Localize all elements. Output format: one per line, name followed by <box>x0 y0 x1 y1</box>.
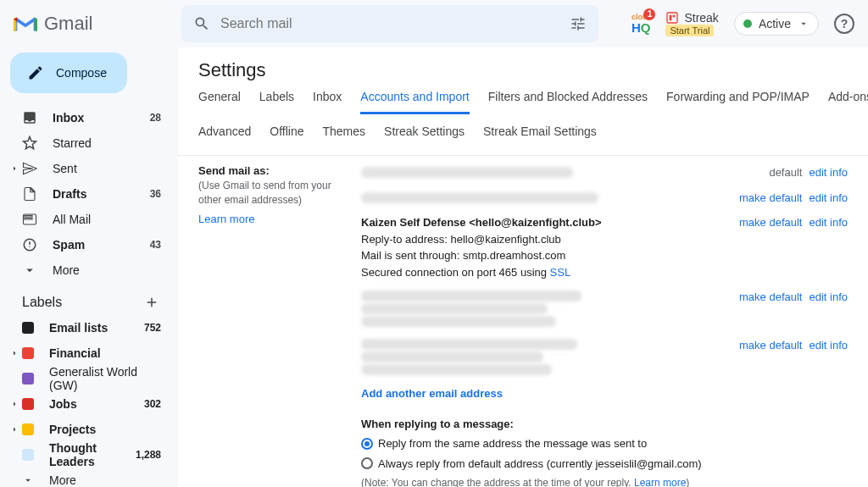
sendas-kaizen-secure: Secured connection on port 465 using SSL <box>361 264 726 281</box>
settings-subtabs: AdvancedOfflineThemesStreak SettingsStre… <box>178 114 868 156</box>
label-color-swatch <box>22 423 34 435</box>
sendas-kaizen-name: Kaizen Self Defense <hello@kaizenfight.c… <box>361 214 726 231</box>
default-indicator: default <box>769 164 802 181</box>
make-default-link[interactable]: make default <box>739 190 802 207</box>
sent-icon <box>22 161 37 176</box>
label-color-swatch <box>22 398 34 410</box>
reply-note: (Note: You can change the address at the… <box>361 475 848 487</box>
learn-more-link[interactable]: Learn more <box>198 213 254 225</box>
tab-filters-and-blocked-addresses[interactable]: Filters and Blocked Addresses <box>488 90 648 114</box>
status-text: Active <box>759 17 791 30</box>
search-input[interactable] <box>220 16 559 31</box>
subtab-offline[interactable]: Offline <box>270 125 303 147</box>
tab-general[interactable]: General <box>198 90 241 114</box>
make-default-link[interactable]: make default <box>739 289 802 329</box>
make-default-link[interactable]: make default <box>739 214 802 280</box>
status-selector[interactable]: Active <box>734 12 819 36</box>
labels-title: Labels <box>22 295 62 310</box>
tune-icon[interactable] <box>570 15 587 32</box>
sidebar-item-inbox[interactable]: Inbox28 <box>7 105 171 130</box>
spam-icon <box>22 237 37 252</box>
tab-inbox[interactable]: Inbox <box>313 90 342 114</box>
tab-forwarding-and-pop-imap[interactable]: Forwarding and POP/IMAP <box>666 90 810 114</box>
header-actions: clouHQ 1 Streak Start Trial Active ? <box>632 11 854 36</box>
more-icon <box>22 263 37 278</box>
sidebar-item-starred[interactable]: Starred <box>7 130 171 156</box>
allmail-icon <box>22 212 37 227</box>
learn-more-link[interactable]: Learn more <box>634 477 686 487</box>
label-color-swatch <box>22 449 34 461</box>
subtab-streak-email-settings[interactable]: Streak Email Settings <box>483 125 597 147</box>
label-item[interactable]: Generalist World (GW) <box>7 366 171 391</box>
add-another-email-link[interactable]: Add another email address <box>361 387 503 400</box>
send-as-title: Send mail as: <box>198 164 353 177</box>
compose-button[interactable]: Compose <box>10 53 127 93</box>
label-item[interactable]: Financial <box>7 340 171 366</box>
add-label-icon[interactable] <box>144 295 159 310</box>
label-color-swatch <box>22 322 34 334</box>
tab-accounts-and-import[interactable]: Accounts and Import <box>360 90 469 114</box>
subtab-streak-settings[interactable]: Streak Settings <box>384 125 465 147</box>
radio-icon <box>361 457 373 469</box>
edit-info-link[interactable]: edit info <box>809 214 848 280</box>
sendas-kaizen-smtp: Mail is sent through: smtp.dreamhost.com <box>361 247 726 264</box>
help-button[interactable]: ? <box>834 14 854 34</box>
hq-badge: 1 <box>643 8 655 20</box>
starred-icon <box>22 136 37 151</box>
hq-app-icon[interactable]: clouHQ 1 <box>632 14 651 35</box>
drafts-icon <box>22 186 37 202</box>
app-header: Gmail clouHQ 1 Streak Start Trial Active… <box>0 0 868 47</box>
subtab-advanced[interactable]: Advanced <box>198 125 251 147</box>
reply-same-address-option[interactable]: Reply from the same address the message … <box>361 435 848 452</box>
reply-default-address-option[interactable]: Always reply from default address (curre… <box>361 456 848 473</box>
edit-info-link[interactable]: edit info <box>809 190 848 207</box>
sidebar-item-allmail[interactable]: All Mail <box>7 207 171 232</box>
chevron-down-icon <box>22 474 34 486</box>
radio-icon <box>361 438 373 450</box>
svg-rect-0 <box>667 13 677 23</box>
expand-icon <box>9 348 19 358</box>
expand-icon <box>9 163 19 174</box>
gmail-text: Gmail <box>44 13 92 35</box>
streak-app[interactable]: Streak Start Trial <box>665 11 718 36</box>
label-item[interactable]: Projects <box>7 417 171 442</box>
sendas-kaizen-reply: Reply-to address: hello@kaizenfight.club <box>361 231 726 248</box>
make-default-link[interactable]: make default <box>739 337 802 377</box>
sidebar-item-drafts[interactable]: Drafts36 <box>7 181 171 207</box>
search-bar[interactable] <box>181 5 598 42</box>
status-dot-icon <box>743 19 752 28</box>
compose-label: Compose <box>56 66 107 80</box>
label-item[interactable]: More <box>7 468 171 487</box>
edit-info-link[interactable]: edit info <box>809 164 848 181</box>
streak-label: Streak <box>684 11 718 25</box>
tab-add-ons[interactable]: Add-ons <box>828 90 868 114</box>
expand-icon <box>9 424 19 434</box>
sidebar-item-sent[interactable]: Sent <box>7 156 171 181</box>
labels-header: Labels <box>7 283 171 315</box>
label-item[interactable]: Email lists752 <box>7 315 171 340</box>
settings-title: Settings <box>178 47 868 90</box>
edit-info-link[interactable]: edit info <box>809 337 848 377</box>
sidebar-item-more[interactable]: More <box>7 257 171 283</box>
ssl-link[interactable]: SSL <box>550 266 571 279</box>
svg-rect-2 <box>673 15 676 18</box>
label-color-swatch <box>22 347 34 359</box>
edit-info-link[interactable]: edit info <box>809 289 848 329</box>
label-item[interactable]: Thought Leaders1,288 <box>7 442 171 468</box>
label-color-swatch <box>22 373 34 385</box>
pencil-icon <box>27 64 44 81</box>
send-as-subtitle: (Use Gmail to send from your other email… <box>198 179 353 208</box>
svg-rect-1 <box>670 15 672 21</box>
send-mail-as-section: Send mail as: (Use Gmail to send from yo… <box>178 156 868 487</box>
main-content: Settings GeneralLabelsInboxAccounts and … <box>178 47 868 487</box>
inbox-icon <box>22 110 37 125</box>
gmail-logo[interactable]: Gmail <box>14 13 171 35</box>
search-icon <box>193 15 210 32</box>
expand-icon <box>9 399 19 409</box>
tab-labels[interactable]: Labels <box>259 90 294 114</box>
label-item[interactable]: Jobs302 <box>7 391 171 417</box>
sidebar-item-spam[interactable]: Spam43 <box>7 232 171 257</box>
subtab-themes[interactable]: Themes <box>323 125 366 147</box>
settings-tabs: GeneralLabelsInboxAccounts and ImportFil… <box>178 90 868 114</box>
streak-icon <box>665 11 679 25</box>
